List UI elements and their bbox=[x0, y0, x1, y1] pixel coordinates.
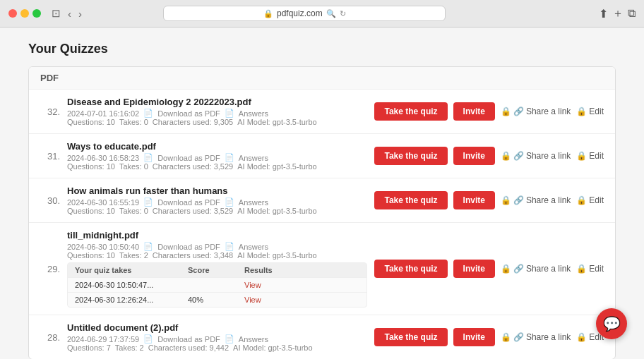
invite-button[interactable]: Invite bbox=[453, 328, 495, 346]
traffic-light-green[interactable] bbox=[32, 9, 41, 18]
section-header: PDF bbox=[29, 67, 615, 90]
browser-chrome: ⊡ ‹ › 🔒 pdfquiz.com 🔍 ↻ ⬆ ＋ ⧉ bbox=[0, 0, 644, 28]
answers-button[interactable]: Answers bbox=[239, 335, 268, 343]
share-link-button[interactable]: 🔒 🔗 Share a link bbox=[501, 264, 571, 274]
pdf-icon: 📄 bbox=[143, 153, 153, 162]
share-browser-button[interactable]: ⬆ bbox=[599, 6, 608, 21]
quiz-name: How animals run faster than humans bbox=[67, 185, 367, 196]
download-pdf-button[interactable]: Download as PDF bbox=[157, 154, 220, 162]
quiz-stats: Questions: 7 Takes: 2 Characters used: 9… bbox=[67, 343, 367, 352]
answers-button[interactable]: Answers bbox=[239, 198, 268, 207]
download-pdf-button[interactable]: Download as PDF bbox=[157, 335, 220, 343]
share-link-button[interactable]: 🔒 🔗 Share a link bbox=[501, 151, 571, 161]
quiz-actions: Take the quiz Invite 🔒 🔗 Share a link 🔒 … bbox=[374, 260, 604, 278]
take-score bbox=[181, 278, 237, 292]
take-quiz-button[interactable]: Take the quiz bbox=[374, 191, 447, 209]
quiz-date: 2024-06-30 16:55:19 bbox=[67, 198, 139, 207]
traffic-light-red[interactable] bbox=[8, 9, 17, 18]
tabs-button[interactable]: ⧉ bbox=[628, 6, 636, 21]
share-link-button[interactable]: 🔒 🔗 Share a link bbox=[501, 195, 571, 205]
quiz-meta: 2024-07-01 16:16:02 📄 Download as PDF 📄 … bbox=[67, 109, 367, 118]
takes-col-header-results: Results bbox=[237, 263, 294, 277]
quiz-actions: Take the quiz Invite 🔒 🔗 Share a link 🔒 … bbox=[374, 328, 604, 346]
browser-actions: ⬆ ＋ ⧉ bbox=[599, 6, 636, 21]
quiz-characters: Characters used: 9,442 bbox=[148, 343, 229, 352]
address-bar[interactable]: 🔒 pdfquiz.com 🔍 ↻ bbox=[163, 6, 446, 21]
page-title: Your Quizzes bbox=[28, 42, 616, 56]
share-link-button[interactable]: 🔒 🔗 Share a link bbox=[501, 332, 571, 342]
quiz-container: PDF 32. Disease and Epidemiology 2 20222… bbox=[28, 66, 616, 359]
invite-button[interactable]: Invite bbox=[453, 147, 495, 165]
lock-icon: 🔒 bbox=[263, 9, 273, 18]
link-icon: 🔗 bbox=[513, 332, 524, 342]
view-result-link[interactable]: View bbox=[244, 281, 261, 289]
quiz-characters: Characters used: 3,529 bbox=[153, 162, 233, 171]
edit-button[interactable]: 🔒 Edit bbox=[576, 151, 604, 161]
take-quiz-button[interactable]: Take the quiz bbox=[374, 260, 447, 278]
download-pdf-button[interactable]: Download as PDF bbox=[157, 243, 220, 251]
take-date: 2024-06-30 10:50:47... bbox=[68, 278, 181, 292]
takes-row: 2024-06-30 12:26:24... 40% View bbox=[68, 293, 366, 307]
lock-share-icon: 🔒 bbox=[501, 332, 511, 342]
answers-icon: 📄 bbox=[225, 109, 234, 118]
row-number: 31. bbox=[40, 151, 60, 162]
quiz-stats: Questions: 10 Takes: 0 Characters used: … bbox=[67, 162, 367, 171]
quiz-stats: Questions: 10 Takes: 2 Characters used: … bbox=[67, 251, 367, 260]
edit-lock-icon: 🔒 bbox=[576, 151, 587, 161]
quiz-date: 2024-06-30 10:50:40 bbox=[67, 243, 139, 251]
quiz-questions: Questions: 7 bbox=[67, 343, 111, 352]
quiz-meta: 2024-06-30 16:55:19 📄 Download as PDF 📄 … bbox=[67, 197, 367, 207]
take-quiz-button[interactable]: Take the quiz bbox=[374, 102, 447, 121]
chat-fab-button[interactable]: 💬 bbox=[596, 308, 627, 339]
answers-icon: 📄 bbox=[225, 242, 234, 251]
quiz-row: 29. till_midnight.pdf 2024-06-30 10:50:4… bbox=[29, 223, 615, 315]
search-icon: 🔍 bbox=[326, 9, 336, 18]
quiz-info: Ways to educate.pdf 2024-06-30 16:58:23 … bbox=[67, 141, 367, 171]
edit-button[interactable]: 🔒 Edit bbox=[576, 107, 604, 116]
new-tab-button[interactable]: ＋ bbox=[612, 6, 624, 21]
quiz-date: 2024-07-01 16:16:02 bbox=[67, 109, 139, 118]
quiz-stats: Questions: 10 Takes: 0 Characters used: … bbox=[67, 207, 367, 215]
answers-icon: 📄 bbox=[225, 153, 234, 162]
answers-button[interactable]: Answers bbox=[239, 154, 268, 162]
take-quiz-button[interactable]: Take the quiz bbox=[374, 147, 447, 165]
url-text: pdfquiz.com bbox=[277, 8, 323, 18]
invite-button[interactable]: Invite bbox=[453, 191, 495, 209]
quiz-info: Untitled document (2).pdf 2024-06-29 17:… bbox=[67, 322, 367, 352]
quiz-row: 31. Ways to educate.pdf 2024-06-30 16:58… bbox=[29, 134, 615, 178]
quiz-stats: Questions: 10 Takes: 0 Characters used: … bbox=[67, 118, 367, 126]
edit-button[interactable]: 🔒 Edit bbox=[576, 195, 604, 205]
browser-controls: ⊡ ‹ › bbox=[49, 7, 84, 20]
quiz-actions: Take the quiz Invite 🔒 🔗 Share a link 🔒 … bbox=[374, 147, 604, 165]
traffic-light-yellow[interactable] bbox=[20, 9, 29, 18]
take-quiz-button[interactable]: Take the quiz bbox=[374, 328, 447, 346]
edit-button[interactable]: 🔒 Edit bbox=[576, 264, 604, 274]
quiz-ai-model: AI Model: gpt-3.5-turbo bbox=[237, 118, 317, 126]
quiz-info: till_midnight.pdf 2024-06-30 10:50:40 📄 … bbox=[67, 230, 367, 308]
lock-share-icon: 🔒 bbox=[501, 107, 511, 116]
quiz-takes-count: Takes: 0 bbox=[119, 162, 148, 171]
answers-button[interactable]: Answers bbox=[239, 109, 268, 118]
share-link-button[interactable]: 🔒 🔗 Share a link bbox=[501, 107, 571, 116]
view-result-link[interactable]: View bbox=[244, 296, 261, 304]
quiz-meta: 2024-06-29 17:37:59 📄 Download as PDF 📄 … bbox=[67, 334, 367, 343]
sidebar-toggle-button[interactable]: ⊡ bbox=[49, 7, 63, 20]
invite-button[interactable]: Invite bbox=[453, 260, 495, 278]
quiz-questions: Questions: 10 bbox=[67, 118, 115, 126]
link-icon: 🔗 bbox=[513, 195, 524, 205]
traffic-lights bbox=[8, 9, 41, 18]
link-icon: 🔗 bbox=[513, 151, 524, 161]
quiz-questions: Questions: 10 bbox=[67, 251, 115, 260]
row-number: 29. bbox=[40, 264, 60, 274]
quiz-date: 2024-06-29 17:37:59 bbox=[67, 335, 139, 343]
forward-button[interactable]: › bbox=[76, 7, 84, 20]
takes-col-header-score: Score bbox=[181, 263, 237, 277]
answers-button[interactable]: Answers bbox=[239, 243, 268, 251]
invite-button[interactable]: Invite bbox=[453, 102, 495, 121]
download-pdf-button[interactable]: Download as PDF bbox=[157, 198, 220, 207]
download-pdf-button[interactable]: Download as PDF bbox=[157, 109, 220, 118]
page-content: Your Quizzes PDF 32. Disease and Epidemi… bbox=[0, 28, 644, 359]
quiz-rows: 32. Disease and Epidemiology 2 20222023.… bbox=[29, 90, 615, 359]
back-button[interactable]: ‹ bbox=[66, 7, 73, 20]
edit-lock-icon: 🔒 bbox=[576, 195, 587, 205]
